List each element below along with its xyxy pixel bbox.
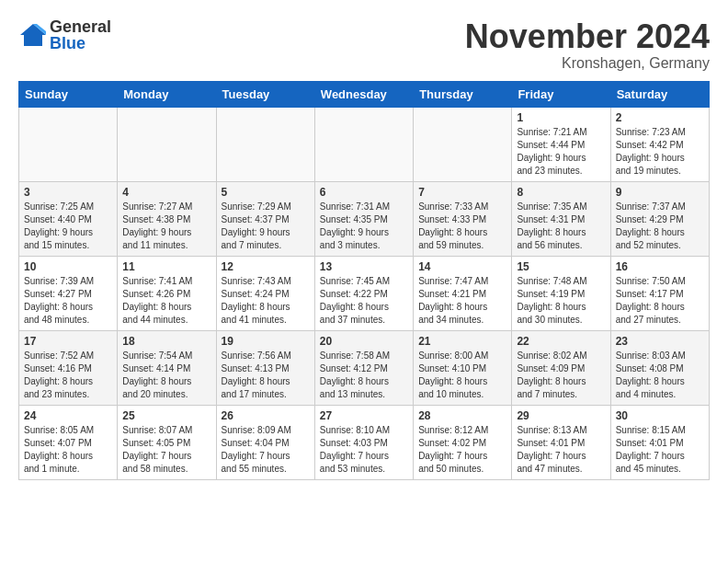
calendar-cell (216, 107, 314, 181)
calendar-cell: 15Sunrise: 7:48 AM Sunset: 4:19 PM Dayli… (512, 256, 610, 330)
day-info: Sunrise: 7:29 AM Sunset: 4:37 PM Dayligh… (222, 201, 310, 252)
day-info: Sunrise: 8:10 AM Sunset: 4:03 PM Dayligh… (320, 424, 408, 476)
day-number: 30 (616, 409, 704, 422)
day-number: 23 (616, 335, 704, 348)
logo-text: General Blue (50, 18, 111, 52)
title-block: November 2024 Kronshagen, Germany (465, 18, 710, 72)
calendar-cell: 30Sunrise: 8:15 AM Sunset: 4:01 PM Dayli… (610, 405, 709, 479)
day-number: 1 (517, 111, 605, 124)
calendar-cell (118, 107, 216, 181)
calendar-cell: 26Sunrise: 8:09 AM Sunset: 4:04 PM Dayli… (216, 405, 314, 479)
calendar-cell: 17Sunrise: 7:52 AM Sunset: 4:16 PM Dayli… (19, 330, 118, 405)
calendar-cell: 3Sunrise: 7:25 AM Sunset: 4:40 PM Daylig… (19, 181, 118, 256)
logo-general-label: General (50, 18, 111, 35)
calendar-cell: 9Sunrise: 7:37 AM Sunset: 4:29 PM Daylig… (610, 181, 709, 256)
day-info: Sunrise: 7:41 AM Sunset: 4:26 PM Dayligh… (122, 275, 210, 327)
calendar-cell: 1Sunrise: 7:21 AM Sunset: 4:44 PM Daylig… (512, 107, 610, 181)
calendar-cell: 10Sunrise: 7:39 AM Sunset: 4:27 PM Dayli… (19, 256, 118, 330)
calendar-week-row: 17Sunrise: 7:52 AM Sunset: 4:16 PM Dayli… (19, 330, 710, 405)
day-info: Sunrise: 7:23 AM Sunset: 4:42 PM Dayligh… (616, 126, 704, 178)
weekday-header-tuesday: Tuesday (216, 81, 314, 107)
calendar-week-row: 24Sunrise: 8:05 AM Sunset: 4:07 PM Dayli… (19, 405, 710, 479)
day-number: 24 (24, 409, 112, 422)
day-info: Sunrise: 7:37 AM Sunset: 4:29 PM Dayligh… (616, 201, 704, 252)
day-info: Sunrise: 8:03 AM Sunset: 4:08 PM Dayligh… (616, 350, 704, 401)
calendar-cell: 23Sunrise: 8:03 AM Sunset: 4:08 PM Dayli… (610, 330, 709, 405)
day-number: 3 (24, 186, 112, 199)
weekday-header-monday: Monday (118, 81, 216, 107)
logo: General Blue (18, 18, 111, 52)
calendar-cell: 20Sunrise: 7:58 AM Sunset: 4:12 PM Dayli… (314, 330, 413, 405)
day-number: 28 (418, 409, 506, 422)
day-info: Sunrise: 7:43 AM Sunset: 4:24 PM Dayligh… (222, 275, 310, 327)
calendar-cell: 5Sunrise: 7:29 AM Sunset: 4:37 PM Daylig… (216, 181, 314, 256)
day-info: Sunrise: 7:25 AM Sunset: 4:40 PM Dayligh… (24, 201, 112, 252)
day-info: Sunrise: 7:45 AM Sunset: 4:22 PM Dayligh… (320, 275, 408, 327)
calendar-cell: 16Sunrise: 7:50 AM Sunset: 4:17 PM Dayli… (610, 256, 709, 330)
logo-icon (18, 22, 48, 48)
calendar-cell: 18Sunrise: 7:54 AM Sunset: 4:14 PM Dayli… (118, 330, 216, 405)
day-number: 15 (517, 260, 605, 273)
weekday-header-row: SundayMondayTuesdayWednesdayThursdayFrid… (19, 81, 710, 107)
day-number: 20 (320, 335, 408, 348)
calendar-week-row: 1Sunrise: 7:21 AM Sunset: 4:44 PM Daylig… (19, 107, 710, 181)
page: General Blue November 2024 Kronshagen, G… (0, 0, 728, 499)
calendar-cell: 22Sunrise: 8:02 AM Sunset: 4:09 PM Dayli… (512, 330, 610, 405)
calendar-cell: 13Sunrise: 7:45 AM Sunset: 4:22 PM Dayli… (314, 256, 413, 330)
day-info: Sunrise: 7:21 AM Sunset: 4:44 PM Dayligh… (517, 126, 605, 178)
calendar-table: SundayMondayTuesdayWednesdayThursdayFrid… (18, 81, 710, 480)
day-info: Sunrise: 7:27 AM Sunset: 4:38 PM Dayligh… (122, 201, 210, 252)
calendar-cell: 24Sunrise: 8:05 AM Sunset: 4:07 PM Dayli… (19, 405, 118, 479)
day-number: 4 (122, 186, 210, 199)
day-info: Sunrise: 7:33 AM Sunset: 4:33 PM Dayligh… (418, 201, 506, 252)
day-info: Sunrise: 8:12 AM Sunset: 4:02 PM Dayligh… (418, 424, 506, 476)
calendar-cell (414, 107, 512, 181)
day-info: Sunrise: 8:05 AM Sunset: 4:07 PM Dayligh… (24, 424, 112, 476)
location: Kronshagen, Germany (465, 55, 710, 72)
calendar-cell: 8Sunrise: 7:35 AM Sunset: 4:31 PM Daylig… (512, 181, 610, 256)
day-number: 13 (320, 260, 408, 273)
calendar-cell: 27Sunrise: 8:10 AM Sunset: 4:03 PM Dayli… (314, 405, 413, 479)
day-info: Sunrise: 7:54 AM Sunset: 4:14 PM Dayligh… (122, 350, 210, 401)
day-number: 21 (418, 335, 506, 348)
weekday-header-wednesday: Wednesday (314, 81, 413, 107)
month-title: November 2024 (465, 18, 710, 55)
day-info: Sunrise: 8:07 AM Sunset: 4:05 PM Dayligh… (122, 424, 210, 476)
day-number: 22 (517, 335, 605, 348)
calendar-cell (19, 107, 118, 181)
day-info: Sunrise: 8:02 AM Sunset: 4:09 PM Dayligh… (517, 350, 605, 401)
calendar-cell: 28Sunrise: 8:12 AM Sunset: 4:02 PM Dayli… (414, 405, 512, 479)
calendar-week-row: 3Sunrise: 7:25 AM Sunset: 4:40 PM Daylig… (19, 181, 710, 256)
day-info: Sunrise: 7:50 AM Sunset: 4:17 PM Dayligh… (616, 275, 704, 327)
day-info: Sunrise: 7:56 AM Sunset: 4:13 PM Dayligh… (222, 350, 310, 401)
day-number: 29 (517, 409, 605, 422)
day-number: 17 (24, 335, 112, 348)
day-info: Sunrise: 7:52 AM Sunset: 4:16 PM Dayligh… (24, 350, 112, 401)
day-number: 19 (222, 335, 310, 348)
day-info: Sunrise: 8:09 AM Sunset: 4:04 PM Dayligh… (222, 424, 310, 476)
day-number: 6 (320, 186, 408, 199)
day-number: 11 (122, 260, 210, 273)
svg-marker-0 (20, 24, 46, 46)
calendar-cell (314, 107, 413, 181)
calendar-cell: 4Sunrise: 7:27 AM Sunset: 4:38 PM Daylig… (118, 181, 216, 256)
day-info: Sunrise: 7:47 AM Sunset: 4:21 PM Dayligh… (418, 275, 506, 327)
day-info: Sunrise: 8:00 AM Sunset: 4:10 PM Dayligh… (418, 350, 506, 401)
weekday-header-friday: Friday (512, 81, 610, 107)
day-number: 14 (418, 260, 506, 273)
day-number: 27 (320, 409, 408, 422)
header: General Blue November 2024 Kronshagen, G… (18, 18, 710, 72)
day-number: 7 (418, 186, 506, 199)
day-number: 10 (24, 260, 112, 273)
calendar-cell: 29Sunrise: 8:13 AM Sunset: 4:01 PM Dayli… (512, 405, 610, 479)
weekday-header-saturday: Saturday (610, 81, 709, 107)
calendar-cell: 25Sunrise: 8:07 AM Sunset: 4:05 PM Dayli… (118, 405, 216, 479)
calendar-cell: 14Sunrise: 7:47 AM Sunset: 4:21 PM Dayli… (414, 256, 512, 330)
day-number: 16 (616, 260, 704, 273)
calendar-cell: 19Sunrise: 7:56 AM Sunset: 4:13 PM Dayli… (216, 330, 314, 405)
day-number: 18 (122, 335, 210, 348)
calendar-cell: 21Sunrise: 8:00 AM Sunset: 4:10 PM Dayli… (414, 330, 512, 405)
weekday-header-thursday: Thursday (414, 81, 512, 107)
day-info: Sunrise: 8:15 AM Sunset: 4:01 PM Dayligh… (616, 424, 704, 476)
day-info: Sunrise: 7:39 AM Sunset: 4:27 PM Dayligh… (24, 275, 112, 327)
